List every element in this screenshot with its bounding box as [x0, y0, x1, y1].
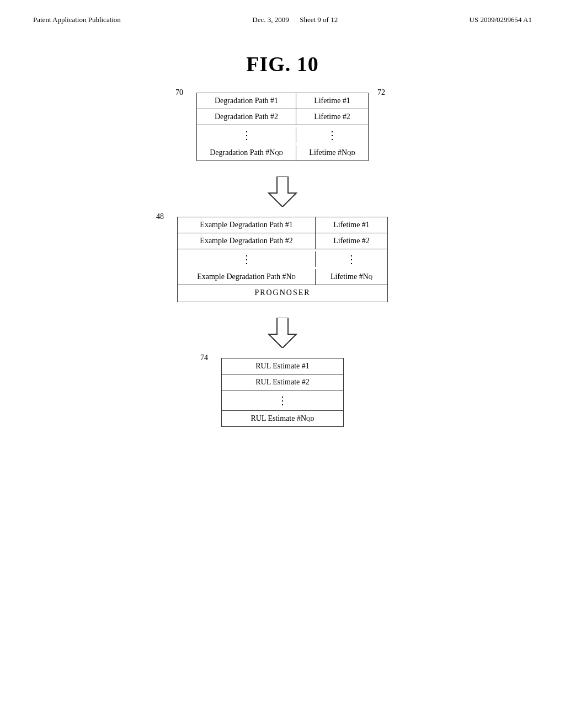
table-row: Degradation Path #NQD Lifetime #NQD — [197, 145, 368, 160]
prognoser-label: 48 — [156, 212, 164, 221]
prognoser-box: Example Degradation Path #1 Lifetime #1 … — [177, 217, 388, 302]
dots-left: ⋮ — [197, 127, 296, 143]
arrow-2 — [266, 318, 299, 348]
rul-row: RUL Estimate #1 — [222, 358, 343, 374]
header-date-sheet: Dec. 3, 2009 Sheet 9 of 12 — [252, 15, 338, 24]
header-sheet: Sheet 9 of 12 — [300, 15, 338, 24]
rul-row: RUL Estimate #NQD — [222, 411, 343, 426]
table-row: Example Degradation Path #1 Lifetime #1 — [178, 217, 387, 233]
table-row: Degradation Path #2 Lifetime #2 — [197, 109, 368, 125]
cell-deg-path-nqd: Degradation Path #NQD — [197, 145, 296, 160]
cell-deg-path-2: Degradation Path #2 — [197, 109, 296, 125]
cell-ex-deg-path-nd: Example Degradation Path #ND — [178, 269, 316, 285]
cell-prog-lifetime-2: Lifetime #2 — [316, 233, 387, 249]
cell-prog-lifetime-nq: Lifetime #NQ — [316, 269, 387, 285]
figure-title: FIG. 10 — [246, 52, 319, 76]
table-row: Example Degradation Path #ND Lifetime #N… — [178, 269, 387, 285]
svg-marker-1 — [269, 318, 296, 348]
svg-marker-0 — [269, 176, 296, 207]
cell-lifetime-1: Lifetime #1 — [296, 93, 368, 109]
header-date: Dec. 3, 2009 — [252, 15, 289, 24]
top-table: Degradation Path #1 Lifetime #1 Degradat… — [196, 93, 369, 161]
rul-estimate-2: RUL Estimate #2 — [222, 374, 343, 390]
table-row: Example Degradation Path #2 Lifetime #2 — [178, 233, 387, 249]
rul-dots-row: ⋮ — [222, 390, 343, 411]
rul-wrapper: 74 RUL Estimate #1 RUL Estimate #2 ⋮ RUL… — [221, 358, 344, 427]
cell-lifetime-nqd: Lifetime #NQD — [296, 145, 368, 160]
main-content: FIG. 10 70 72 Degradation Path #1 Lifeti… — [0, 24, 565, 449]
dots-row: ⋮ ⋮ — [178, 249, 387, 269]
rul-label: 74 — [200, 354, 208, 362]
top-table-label-left: 70 — [175, 88, 183, 97]
prognoser-wrapper: 48 Example Degradation Path #1 Lifetime … — [177, 217, 388, 302]
rul-estimate-1: RUL Estimate #1 — [222, 358, 343, 374]
cell-ex-deg-path-2: Example Degradation Path #2 — [178, 233, 316, 249]
prog-dots-left: ⋮ — [178, 251, 316, 267]
cell-prog-lifetime-1: Lifetime #1 — [316, 217, 387, 233]
dots-right: ⋮ — [296, 127, 368, 143]
table-row: Degradation Path #1 Lifetime #1 — [197, 93, 368, 109]
rul-dots: ⋮ — [222, 390, 343, 410]
prog-dots-right: ⋮ — [316, 251, 387, 267]
arrow-1 — [266, 176, 299, 207]
prognoser-title: PROGNOSER — [178, 285, 387, 297]
rul-estimate-nqd: RUL Estimate #NQD — [222, 411, 343, 426]
rul-row: RUL Estimate #2 — [222, 374, 343, 390]
cell-ex-deg-path-1: Example Degradation Path #1 — [178, 217, 316, 233]
header-publication: Patent Application Publication — [33, 15, 121, 24]
top-table-label-right: 72 — [377, 88, 385, 97]
header-patent-number: US 2009/0299654 A1 — [470, 15, 532, 24]
dots-row: ⋮ ⋮ — [197, 125, 368, 145]
cell-deg-path-1: Degradation Path #1 — [197, 93, 296, 109]
top-table-wrapper: 70 72 Degradation Path #1 Lifetime #1 De… — [196, 93, 369, 161]
cell-lifetime-2: Lifetime #2 — [296, 109, 368, 125]
rul-table: RUL Estimate #1 RUL Estimate #2 ⋮ RUL Es… — [221, 358, 344, 427]
page-header: Patent Application Publication Dec. 3, 2… — [0, 0, 565, 24]
